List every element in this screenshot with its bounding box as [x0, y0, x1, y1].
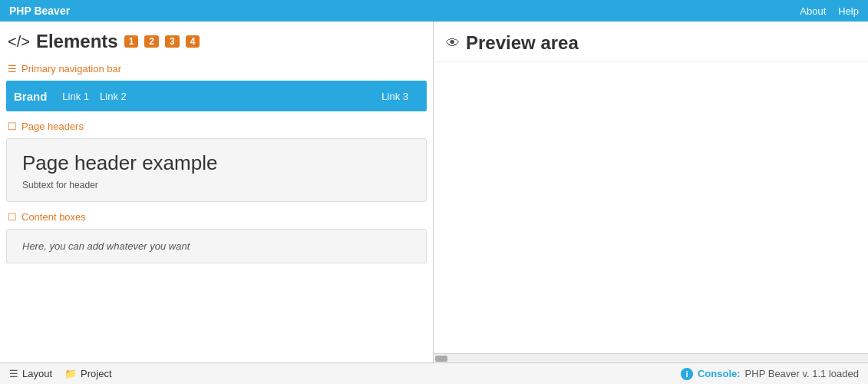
- bottom-left: ☰ Layout 📁 Project: [9, 368, 112, 379]
- nav-link-3[interactable]: Link 3: [381, 91, 408, 102]
- layout-label: Layout: [22, 368, 52, 379]
- eye-icon: 👁: [446, 35, 460, 51]
- content-boxes-label: Content boxes: [21, 211, 86, 223]
- hamburger-icon: ☰: [8, 63, 17, 74]
- elements-title: Elements: [36, 31, 118, 52]
- page-headers-label: Page headers: [21, 121, 84, 132]
- code-icon: </>: [8, 33, 30, 51]
- console-label: Console:: [698, 368, 741, 379]
- app-title: PHP Beaver: [9, 5, 70, 17]
- elements-header: </> Elements 1 2 3 4: [0, 22, 433, 60]
- help-link[interactable]: Help: [838, 5, 859, 17]
- preview-area: [434, 61, 868, 362]
- content-box-text: Here, you can add whatever you want: [22, 240, 190, 252]
- left-panel: </> Elements 1 2 3 4 ☰ Primary navigatio…: [0, 22, 434, 362]
- preview-header: 👁 Preview area: [434, 22, 868, 61]
- bottom-bar: ☰ Layout 📁 Project i Console: PHP Beaver…: [0, 362, 868, 384]
- page-header-subtext: Subtext for header: [22, 180, 411, 190]
- nav-section-header[interactable]: ☰ Primary navigation bar: [0, 60, 433, 78]
- about-link[interactable]: About: [800, 5, 826, 17]
- preview-title: Preview area: [466, 32, 579, 54]
- page-headers-section-header[interactable]: ☐ Page headers: [0, 118, 433, 135]
- badge-2[interactable]: 2: [144, 35, 159, 48]
- badge-1[interactable]: 1: [124, 35, 139, 48]
- nav-section-label: Primary navigation bar: [21, 63, 121, 74]
- top-bar: PHP Beaver About Help: [0, 0, 868, 22]
- console-text: PHP Beaver v. 1.1 loaded: [745, 368, 859, 379]
- badge-4[interactable]: 4: [186, 35, 200, 48]
- page-headers-icon: ☐: [8, 121, 17, 132]
- layout-link[interactable]: ☰ Layout: [9, 368, 52, 379]
- horizontal-scrollbar[interactable]: [434, 353, 868, 362]
- scrollbar-thumb[interactable]: [435, 356, 447, 362]
- content-box-icon: ☐: [8, 211, 17, 223]
- project-link[interactable]: 📁 Project: [64, 368, 111, 379]
- content-boxes-section-header[interactable]: ☐ Content boxes: [0, 208, 433, 226]
- right-panel: 👁 Preview area: [434, 22, 868, 362]
- project-icon: 📁: [64, 368, 77, 379]
- nav-brand: Brand: [14, 90, 47, 103]
- project-label: Project: [81, 368, 111, 379]
- layout-icon: ☰: [9, 368, 18, 379]
- page-header-box: Page header example Subtext for header: [6, 138, 427, 202]
- top-nav-links: About Help: [800, 5, 859, 17]
- info-icon: i: [681, 368, 693, 380]
- nav-preview-bar: Brand Link 1 Link 2 Link 3: [6, 81, 427, 111]
- badge-3[interactable]: 3: [165, 35, 180, 48]
- nav-link-2[interactable]: Link 2: [100, 91, 127, 102]
- nav-link-1[interactable]: Link 1: [62, 91, 89, 102]
- main-content: </> Elements 1 2 3 4 ☰ Primary navigatio…: [0, 22, 868, 362]
- page-header-title: Page header example: [22, 151, 411, 175]
- bottom-right: i Console: PHP Beaver v. 1.1 loaded: [681, 368, 859, 380]
- content-box: Here, you can add whatever you want: [6, 229, 427, 263]
